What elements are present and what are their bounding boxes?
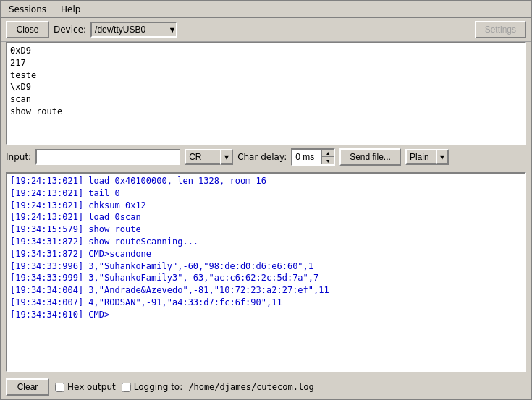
- command-input[interactable]: [35, 149, 180, 165]
- log-line: [19:24:13:021] chksum 0x12: [10, 200, 522, 212]
- close-button[interactable]: Close: [6, 21, 49, 38]
- logging-text: Logging to:: [134, 382, 183, 392]
- menu-sessions[interactable]: Sessions: [4, 3, 51, 16]
- send-file-button[interactable]: Send file...: [339, 148, 401, 166]
- device-select[interactable]: /dev/ttyUSB0: [90, 22, 177, 38]
- log-line: [19:34:34:007] 4,"RODSAN",-91,"a4:33:d7:…: [10, 297, 522, 309]
- log-line: [19:24:13:021] load 0x40100000, len 1328…: [10, 175, 522, 187]
- log-line: [19:34:31:872] CMD>scandone: [10, 248, 522, 260]
- log-line: [19:24:13:021] tail 0: [10, 187, 522, 200]
- log-area[interactable]: [19:24:13:021] load 0x40100000, len 1328…: [6, 172, 526, 372]
- hex-output-label[interactable]: Hex output: [55, 382, 116, 392]
- log-line: [19:34:34:004] 3,"Andrade&Azevedo",-81,"…: [10, 284, 522, 297]
- logging-label[interactable]: Logging to:: [122, 382, 183, 392]
- input-label: Input:: [6, 152, 31, 162]
- logging-checkbox[interactable]: [122, 383, 131, 392]
- device-label: Device:: [54, 25, 86, 35]
- input-row: Input: CR LF CR+LF None ▼ Char delay: ▲ …: [1, 145, 531, 169]
- cr-select-wrapper: CR LF CR+LF None ▼: [185, 149, 233, 165]
- menu-help[interactable]: Help: [56, 3, 85, 16]
- output-line: 217: [10, 57, 522, 69]
- log-line: [19:34:15:579] show route: [10, 224, 522, 236]
- output-line: 0xD9: [10, 45, 522, 57]
- char-delay-spinner: ▲ ▼: [291, 148, 335, 166]
- char-delay-label: Char delay:: [237, 152, 287, 162]
- log-line: [19:34:31:872] show routeScanning...: [10, 236, 522, 248]
- logging-path: /home/djames/cutecom.log: [188, 382, 313, 392]
- spinner-down-button[interactable]: ▼: [322, 157, 334, 164]
- plain-select[interactable]: Plain Hex: [405, 149, 449, 165]
- clear-button[interactable]: Clear: [6, 378, 49, 396]
- plain-select-wrapper: Plain Hex ▼: [405, 149, 449, 165]
- log-line: [19:34:33:996] 3,"SuhankoFamily",-60,"98…: [10, 260, 522, 273]
- output-line: show route: [10, 106, 522, 118]
- device-select-wrapper: /dev/ttyUSB0 ▼: [90, 22, 177, 38]
- menubar: Sessions Help: [1, 1, 531, 18]
- output-area[interactable]: 0xD9217teste\xD9scanshow route: [6, 42, 526, 145]
- bottom-bar: Clear Hex output Logging to: /home/djame…: [1, 375, 531, 399]
- spinner-up-button[interactable]: ▲: [322, 150, 334, 157]
- hex-output-text: Hex output: [67, 382, 116, 392]
- toolbar: Close Device: /dev/ttyUSB0 ▼ Settings: [1, 18, 531, 42]
- output-line: \xD9: [10, 81, 522, 93]
- log-line: [19:34:34:010] CMD>: [10, 309, 522, 321]
- output-line: scan: [10, 93, 522, 106]
- hex-output-checkbox[interactable]: [55, 383, 64, 392]
- char-delay-input[interactable]: [292, 150, 321, 163]
- main-window: Sessions Help Close Device: /dev/ttyUSB0…: [0, 0, 532, 400]
- log-line: [19:34:33:999] 3,"SuhankoFamily3",-63,"a…: [10, 272, 522, 284]
- output-line: teste: [10, 69, 522, 82]
- log-line: [19:24:13:021] load 0scan: [10, 211, 522, 224]
- settings-button[interactable]: Settings: [475, 21, 526, 38]
- spinner-buttons: ▲ ▼: [321, 150, 334, 164]
- cr-select[interactable]: CR LF CR+LF None: [185, 149, 233, 165]
